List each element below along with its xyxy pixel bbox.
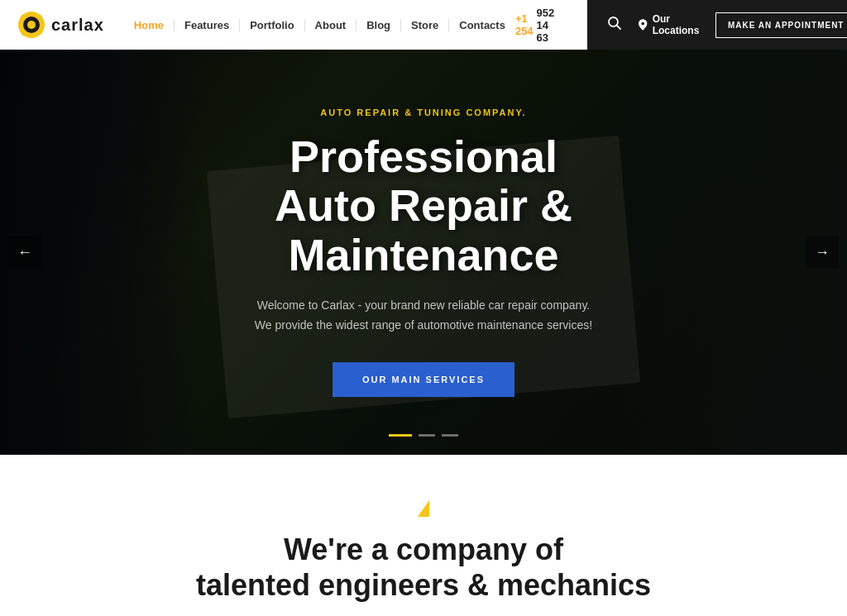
hero-description: Welcome to Carlax - your brand new relia…	[250, 296, 597, 336]
hero-prev-button[interactable]: ←	[8, 236, 41, 269]
svg-line-12	[617, 25, 621, 29]
svg-point-2	[27, 21, 36, 29]
main-nav: Home Features Portfolio About Blog Store…	[124, 19, 515, 31]
nav-home[interactable]: Home	[124, 19, 175, 31]
svg-rect-6	[41, 23, 45, 26]
top-bar: carlax Home Features Portfolio About Blo…	[0, 0, 847, 50]
hero-subtitle: AUTO REPAIR & TUNING COMPANY.	[134, 107, 713, 117]
nav-portfolio[interactable]: Portfolio	[240, 19, 304, 31]
hero-content: AUTO REPAIR & TUNING COMPANY. Profession…	[134, 107, 713, 397]
hero-dot-1[interactable]	[389, 434, 412, 437]
arrow-left-icon: ←	[17, 244, 32, 261]
company-triangle-area	[17, 500, 830, 517]
location-area[interactable]: Our Locations	[639, 13, 702, 36]
search-button[interactable]	[604, 12, 625, 38]
logo-area[interactable]: carlax	[17, 10, 104, 40]
search-icon	[607, 16, 622, 31]
left-header: carlax Home Features Portfolio About Blo…	[0, 0, 587, 50]
appointment-button[interactable]: MAKE AN APPOINTMENT	[715, 12, 847, 38]
logo-text: carlax	[51, 16, 104, 35]
nav-contacts[interactable]: Contacts	[449, 19, 515, 31]
hero-cta-button[interactable]: OUR MAIN SERVICES	[333, 362, 514, 397]
nav-about[interactable]: About	[305, 19, 357, 31]
phone-number: 952 14 63	[537, 7, 555, 44]
hero-section: ← → AUTO REPAIR & TUNING COMPANY. Profes…	[0, 50, 847, 455]
triangle-icon	[418, 500, 429, 517]
hero-dot-2[interactable]	[419, 434, 435, 437]
hero-next-button[interactable]: →	[806, 236, 839, 269]
nav-features[interactable]: Features	[175, 19, 240, 31]
phone-prefix: +1 254	[515, 12, 534, 37]
svg-rect-5	[18, 23, 22, 26]
svg-rect-4	[30, 34, 33, 38]
company-section: We're a company of talented engineers & …	[0, 455, 847, 616]
header-dark: Our Locations MAKE AN APPOINTMENT	[587, 0, 847, 50]
svg-rect-3	[30, 12, 33, 16]
company-title: We're a company of talented engineers & …	[17, 532, 830, 603]
nav-blog[interactable]: Blog	[357, 19, 401, 31]
nav-store[interactable]: Store	[401, 19, 449, 31]
hero-title: Professional Auto Repair & Maintenance	[134, 132, 713, 279]
hero-dots	[389, 434, 458, 437]
hero-dot-3[interactable]	[442, 434, 458, 437]
logo-icon	[17, 10, 46, 40]
location-label: Our Locations	[653, 13, 702, 36]
location-icon	[639, 17, 647, 32]
phone-area: +1 254 952 14 63	[515, 7, 571, 44]
arrow-right-icon: →	[815, 244, 830, 261]
